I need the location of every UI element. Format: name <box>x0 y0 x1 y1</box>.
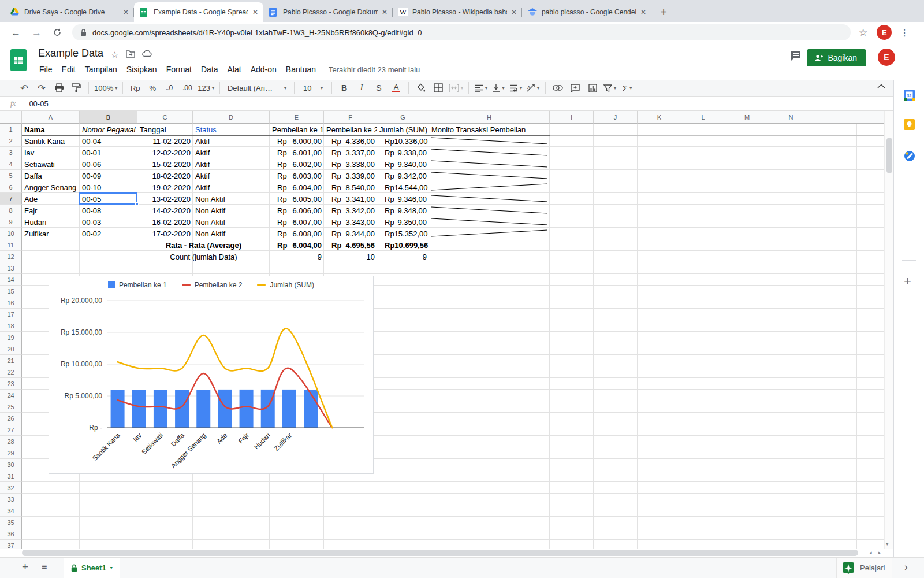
browser-tab-5[interactable]: pablo picasso - Google Cendek✕ <box>522 2 651 22</box>
cell-D5[interactable]: Aktif <box>193 170 270 181</box>
cell-A6[interactable]: Angger Senang <box>22 181 80 193</box>
row-header-10[interactable]: 10 <box>0 228 22 239</box>
cell-C7[interactable]: 13-02-2020 <box>137 193 193 205</box>
browser-tab-3[interactable]: Pablo Picasso - Google Dokum✕ <box>263 2 393 22</box>
row-header-36[interactable]: 36 <box>0 528 22 540</box>
cell-E7[interactable]: Rp6.005,00 <box>270 193 324 205</box>
column-header-H[interactable]: H <box>429 111 550 124</box>
fill-handle[interactable] <box>135 202 139 206</box>
cell-F11[interactable]: Rp4.695,56 <box>324 239 377 251</box>
row-header-9[interactable]: 9 <box>0 216 22 228</box>
insert-comment-icon[interactable] <box>568 81 582 95</box>
cell-D10[interactable]: Non Aktif <box>193 228 270 239</box>
functions-icon[interactable]: Σ▾ <box>620 81 634 95</box>
cell-H2-sparkline[interactable] <box>429 135 550 147</box>
cell-E1-header[interactable]: Pembelian ke 1 <box>270 124 324 135</box>
text-wrap-icon[interactable]: ▾ <box>509 81 523 95</box>
cell-H10-sparkline[interactable] <box>429 228 550 239</box>
cell-E11[interactable]: Rp6.004,00 <box>270 239 324 251</box>
scroll-down-icon[interactable]: ▾ <box>886 541 889 547</box>
cell-A9[interactable]: Hudari <box>22 216 80 228</box>
row-header-7[interactable]: 7 <box>0 193 22 205</box>
paint-format-icon[interactable] <box>69 81 83 95</box>
cell-G8[interactable]: Rp9.348,00 <box>377 205 429 216</box>
new-tab-icon[interactable]: + <box>655 3 672 21</box>
horizontal-scrollbar[interactable] <box>0 549 893 557</box>
cell-H9-sparkline[interactable] <box>429 216 550 228</box>
row-header-11[interactable]: 11 <box>0 239 22 251</box>
scroll-left-icon[interactable]: ◂ <box>869 550 872 555</box>
embedded-chart[interactable]: Pembelian ke 1Pembelian ke 2Jumlah (SUM)… <box>49 276 374 474</box>
tab-close-icon[interactable]: ✕ <box>639 8 648 17</box>
cell-B8[interactable]: 00-08 <box>80 205 137 216</box>
cell-F1-header[interactable]: Pembelian ke 2 <box>324 124 377 135</box>
row-header-22[interactable]: 22 <box>0 366 22 378</box>
cell-E10[interactable]: Rp6.008,00 <box>270 228 324 239</box>
cell-C6[interactable]: 19-02-2020 <box>137 181 193 193</box>
cell-G7[interactable]: Rp9.346,00 <box>377 193 429 205</box>
cell-B6[interactable]: 00-10 <box>80 181 137 193</box>
forward-icon[interactable]: → <box>32 28 42 38</box>
cell-B5[interactable]: 00-09 <box>80 170 137 181</box>
cell-G1-header[interactable]: Jumlah (SUM) <box>377 124 429 135</box>
cell-H1-header[interactable]: Monito Transaksi Pembelian <box>429 124 550 135</box>
expand-panel-chevron-icon[interactable]: › <box>904 561 908 573</box>
cell-B9[interactable]: 00-03 <box>80 216 137 228</box>
vertical-scrollbar-thumb[interactable] <box>886 138 892 173</box>
row-header-5[interactable]: 5 <box>0 170 22 181</box>
cell-E5[interactable]: Rp6.003,00 <box>270 170 324 181</box>
cell-D3[interactable]: Aktif <box>193 147 270 158</box>
cell-F12[interactable]: 10 <box>324 251 377 262</box>
cell-F2[interactable]: Rp4.336,00 <box>324 135 377 147</box>
row-header-1[interactable]: 1 <box>0 124 22 135</box>
cell-A8[interactable]: Fajr <box>22 205 80 216</box>
redo-icon[interactable]: ↷ <box>35 81 49 95</box>
row-header-28[interactable]: 28 <box>0 436 22 447</box>
row-header-20[interactable]: 20 <box>0 343 22 355</box>
tab-close-icon[interactable]: ✕ <box>251 8 260 17</box>
cell-D6[interactable]: Aktif <box>193 181 270 193</box>
formula-input[interactable]: 00-05 <box>29 99 48 108</box>
more-formats-button[interactable]: 123▾ <box>198 81 214 95</box>
cell-C5[interactable]: 18-02-2020 <box>137 170 193 181</box>
move-folder-icon[interactable] <box>126 50 135 58</box>
cell-F4[interactable]: Rp3.338,00 <box>324 158 377 170</box>
row-header-16[interactable]: 16 <box>0 297 22 309</box>
cell-G12[interactable]: 9 <box>377 251 429 262</box>
cell-B3[interactable]: 00-01 <box>80 147 137 158</box>
cell-C4[interactable]: 15-02-2020 <box>137 158 193 170</box>
cell-G4[interactable]: Rp9.340,00 <box>377 158 429 170</box>
browser-tab-4[interactable]: WPablo Picasso - Wikipedia baha✕ <box>393 2 522 22</box>
cell-C10[interactable]: 17-02-2020 <box>137 228 193 239</box>
cell-G5[interactable]: Rp9.342,00 <box>377 170 429 181</box>
sheet-menu-caret-icon[interactable]: ▾ <box>110 565 113 570</box>
menu-sisipkan[interactable]: Sisipkan <box>122 63 162 76</box>
cell-D2[interactable]: Aktif <box>193 135 270 147</box>
tasks-icon[interactable] <box>904 150 915 162</box>
column-header-K[interactable]: K <box>638 111 681 124</box>
cell-C3[interactable]: 12-02-2020 <box>137 147 193 158</box>
cell-G9[interactable]: Rp9.350,00 <box>377 216 429 228</box>
cell-A3[interactable]: Iav <box>22 147 80 158</box>
filter-icon[interactable]: ▾ <box>603 81 617 95</box>
column-header-J[interactable]: J <box>594 111 638 124</box>
row-header-15[interactable]: 15 <box>0 286 22 297</box>
cell-F8[interactable]: Rp3.342,00 <box>324 205 377 216</box>
cell-H5-sparkline[interactable] <box>429 170 550 181</box>
cell-A5[interactable]: Daffa <box>22 170 80 181</box>
cell-G6[interactable]: Rp14.544,00 <box>377 181 429 193</box>
row-header-13[interactable]: 13 <box>0 262 22 274</box>
bold-button[interactable]: B <box>337 81 351 95</box>
cell-D4[interactable]: Aktif <box>193 158 270 170</box>
row-header-8[interactable]: 8 <box>0 205 22 216</box>
cell-C8[interactable]: 14-02-2020 <box>137 205 193 216</box>
back-icon[interactable]: ← <box>11 28 21 38</box>
menu-format[interactable]: Format <box>162 63 196 76</box>
row-header-29[interactable]: 29 <box>0 447 22 459</box>
address-bar[interactable]: docs.google.com/spreadsheets/d/1R-Y40p-v… <box>72 24 851 40</box>
row-header-17[interactable]: 17 <box>0 309 22 320</box>
cloud-status-icon[interactable] <box>142 50 152 57</box>
format-percent-button[interactable]: % <box>146 81 159 95</box>
tab-close-icon[interactable]: ✕ <box>121 8 131 17</box>
row-header-35[interactable]: 35 <box>0 517 22 528</box>
